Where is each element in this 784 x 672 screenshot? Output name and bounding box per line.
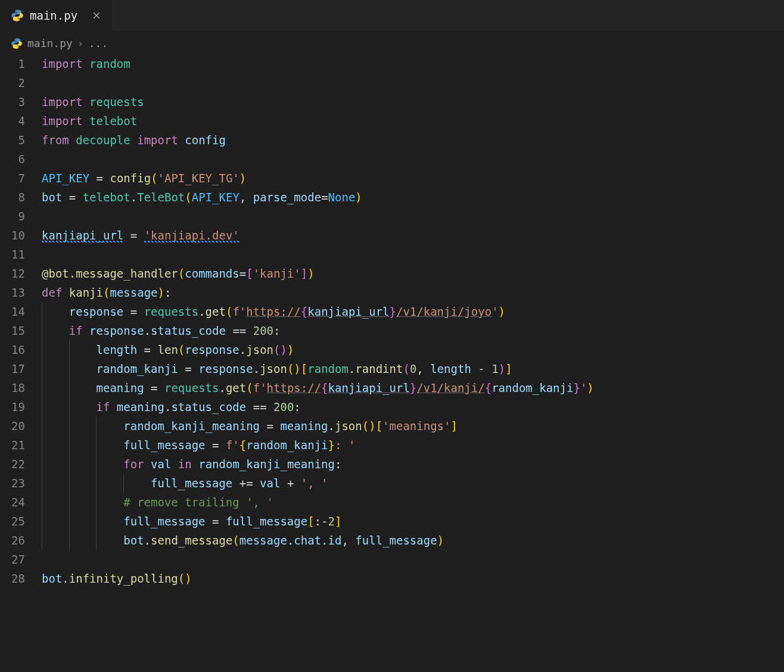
code-line[interactable]: API_KEY = config('API_KEY_TG') — [42, 169, 784, 188]
line-number: 26 — [0, 531, 25, 550]
line-number: 25 — [0, 512, 25, 531]
line-number: 27 — [0, 550, 25, 569]
breadcrumb-more: ... — [89, 37, 108, 49]
line-number: 28 — [0, 569, 25, 588]
line-number: 15 — [0, 321, 25, 340]
line-number: 7 — [0, 169, 25, 188]
python-file-icon — [11, 38, 23, 49]
breadcrumb[interactable]: main.py › ... — [0, 31, 784, 53]
line-number: 20 — [0, 416, 25, 435]
line-number: 19 — [0, 397, 25, 416]
line-number: 11 — [0, 245, 25, 264]
line-number: 6 — [0, 150, 25, 169]
python-file-icon — [11, 9, 24, 22]
code-line[interactable]: random_kanji_meaning = meaning.json()['m… — [42, 416, 784, 435]
code-line[interactable]: length = len(response.json()) — [42, 340, 784, 359]
code-line[interactable] — [42, 150, 784, 169]
code-line[interactable]: if meaning.status_code == 200: — [42, 397, 784, 416]
code-line[interactable]: full_message = f'{random_kanji}: ' — [42, 435, 784, 455]
code-line[interactable]: bot.infinity_polling() — [42, 569, 784, 588]
tab-main-py[interactable]: main.py — [0, 0, 113, 31]
tab-bar: main.py — [0, 0, 784, 31]
code-content[interactable]: import randomimport requestsimport teleb… — [42, 54, 784, 588]
line-number: 4 — [0, 111, 25, 130]
code-line[interactable]: import random — [42, 54, 784, 73]
code-line[interactable]: for val in random_kanji_meaning: — [42, 455, 784, 474]
tab-label: main.py — [30, 9, 77, 22]
code-line[interactable]: bot = telebot.TeleBot(API_KEY, parse_mod… — [42, 188, 784, 207]
code-line[interactable] — [42, 207, 784, 226]
line-number: 8 — [0, 188, 25, 207]
code-line[interactable]: def kanji(message): — [42, 283, 784, 302]
code-line[interactable]: bot.send_message(message.chat.id, full_m… — [42, 531, 784, 550]
line-number-gutter: 1234567891011121314151617181920212223242… — [0, 54, 42, 588]
code-line[interactable]: from decouple import config — [42, 130, 784, 150]
line-number: 5 — [0, 130, 25, 150]
line-number: 24 — [0, 493, 25, 512]
code-line[interactable]: import telebot — [42, 111, 784, 130]
line-number: 21 — [0, 435, 25, 455]
line-number: 23 — [0, 474, 25, 493]
code-line[interactable]: response = requests.get(f'https://{kanji… — [42, 302, 784, 321]
line-number: 12 — [0, 264, 25, 283]
chevron-right-icon: › — [77, 37, 84, 49]
line-number: 1 — [0, 54, 25, 73]
code-line[interactable]: import requests — [42, 92, 784, 111]
line-number: 10 — [0, 226, 25, 245]
code-line[interactable]: full_message += val + ', ' — [42, 474, 784, 493]
line-number: 3 — [0, 92, 25, 111]
line-number: 13 — [0, 283, 25, 302]
code-line[interactable]: @bot.message_handler(commands=['kanji']) — [42, 264, 784, 283]
line-number: 16 — [0, 340, 25, 359]
breadcrumb-filename: main.py — [27, 37, 73, 49]
line-number: 17 — [0, 359, 25, 378]
line-number: 9 — [0, 207, 25, 226]
code-line[interactable]: full_message = full_message[:-2] — [42, 512, 784, 531]
code-line[interactable] — [42, 550, 784, 569]
line-number: 2 — [0, 73, 25, 92]
code-editor[interactable]: 1234567891011121314151617181920212223242… — [0, 53, 784, 588]
code-line[interactable]: # remove trailing ', ' — [42, 493, 784, 512]
code-line[interactable]: if response.status_code == 200: — [42, 321, 784, 340]
code-line[interactable]: random_kanji = response.json()[random.ra… — [42, 359, 784, 378]
close-icon[interactable] — [89, 8, 104, 23]
line-number: 18 — [0, 378, 25, 397]
code-line[interactable]: kanjiapi_url = 'kanjiapi.dev' — [42, 226, 784, 245]
code-line[interactable] — [42, 73, 784, 92]
line-number: 22 — [0, 455, 25, 474]
code-line[interactable]: meaning = requests.get(f'https://{kanjia… — [42, 378, 784, 397]
line-number: 14 — [0, 302, 25, 321]
code-line[interactable] — [42, 245, 784, 264]
